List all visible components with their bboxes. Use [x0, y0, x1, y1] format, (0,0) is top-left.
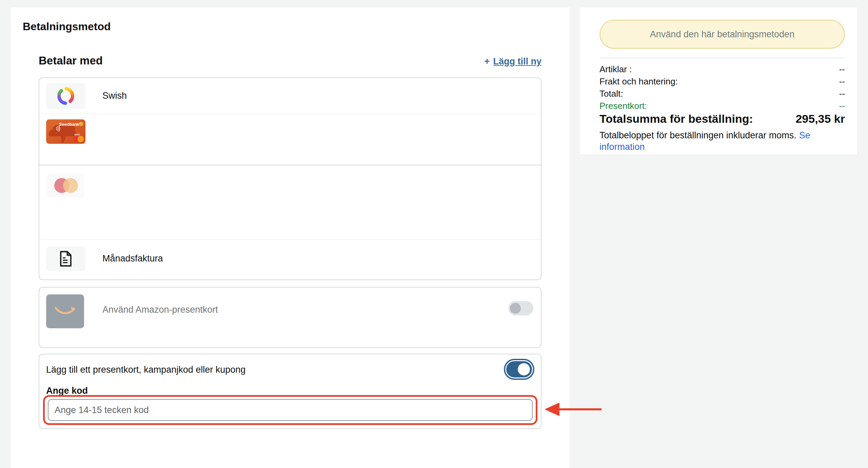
vat-note-row: Totalbeloppet för beställningen inkluder… — [599, 130, 845, 153]
page-title: Betalningsmetod — [23, 20, 111, 33]
order-summary-card: Använd den här betalningsmetoden Artikla… — [580, 7, 857, 154]
mastercard-logo-icon — [63, 178, 78, 193]
promo-toggle[interactable] — [506, 361, 532, 377]
payment-label-invoice: Månadsfaktura — [102, 253, 163, 264]
amazon-gift-card-tile — [46, 294, 84, 328]
summary-label: Artiklar : — [599, 64, 632, 75]
order-total-label: Totalsumma för beställning: — [599, 112, 753, 125]
payment-row-swedbank[interactable]: Swedbank debit — [39, 114, 541, 165]
order-total-row: Totalsumma för beställning: 295,35 kr — [599, 112, 845, 125]
summary-label: Totalt: — [599, 89, 623, 99]
vat-note: Totalbeloppet för beställningen inkluder… — [599, 130, 796, 140]
order-summary: Artiklar : -- Frakt och hantering: -- To… — [599, 63, 845, 112]
summary-label: Frakt och hantering: — [599, 76, 678, 87]
invoice-icon — [59, 250, 73, 267]
payment-methods-list: Swish Swedbank — [39, 77, 541, 280]
payment-panel: Betalningsmetod Betalar med + Lägg till … — [11, 7, 570, 468]
order-total-value: 295,35 kr — [795, 112, 845, 125]
summary-value: -- — [839, 64, 845, 75]
payment-row-swish[interactable]: Swish — [39, 78, 541, 114]
promo-toggle-label: Lägg till ett presentkort, kampanjkod el… — [46, 365, 245, 375]
annotation-highlight-rect — [43, 395, 537, 425]
payment-row-invoice[interactable]: Månadsfaktura — [39, 240, 541, 277]
pay-with-header: Betalar med + Lägg till ny — [39, 54, 541, 67]
summary-value: -- — [839, 76, 845, 87]
summary-row-items: Artiklar : -- — [599, 63, 845, 75]
promo-code-box: Lägg till ett presentkort, kampanjkod el… — [39, 354, 541, 429]
code-input-label: Ange kod — [46, 386, 88, 396]
svg-text:debit: debit — [74, 133, 80, 136]
summary-value: -- — [839, 101, 845, 111]
amazon-smile-icon — [52, 304, 78, 319]
add-new-payment-link[interactable]: + Lägg till ny — [484, 56, 541, 67]
use-payment-method-button[interactable]: Använd den här betalningsmetoden — [599, 20, 845, 49]
gift-card-toggle[interactable] — [508, 301, 533, 315]
mastercard-tile — [46, 174, 84, 197]
invoice-tile — [46, 247, 85, 271]
payment-label-swish: Swish — [102, 91, 127, 101]
toggle-knob — [510, 303, 521, 314]
promo-code-input[interactable] — [48, 399, 533, 421]
add-new-label: Lägg till ny — [493, 56, 541, 67]
payment-row-mastercard[interactable] — [39, 165, 541, 240]
summary-row-giftcard: Presentkort: -- — [599, 100, 845, 112]
summary-value: -- — [839, 89, 845, 99]
summary-divider — [599, 58, 845, 58]
summary-label: Presentkort: — [599, 101, 647, 111]
plus-icon: + — [484, 56, 490, 67]
swedbank-card-icon: Swedbank debit — [46, 119, 85, 144]
swish-tile — [46, 83, 85, 109]
gift-card-box: Använd Amazon-presentkort — [39, 287, 541, 348]
summary-row-shipping: Frakt och hantering: -- — [599, 75, 845, 87]
toggle-knob — [518, 363, 530, 375]
pay-with-heading: Betalar med — [39, 54, 103, 67]
svg-text:Swedbank: Swedbank — [59, 122, 79, 127]
gift-card-label: Använd Amazon-presentkort — [102, 305, 218, 315]
summary-row-total: Totalt: -- — [599, 87, 845, 100]
swish-logo-icon — [57, 87, 75, 105]
annotation-arrow-icon — [542, 399, 604, 419]
